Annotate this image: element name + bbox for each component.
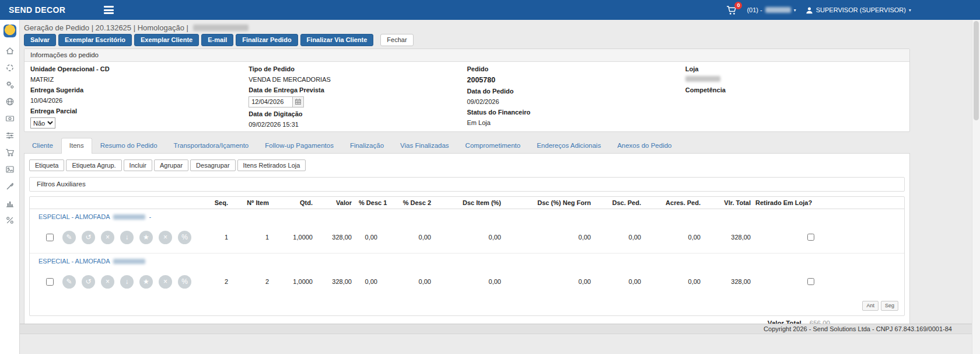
fechar-button[interactable]: Fechar [380,34,413,46]
scrollbar-thumb[interactable] [974,21,979,120]
row-select-checkbox[interactable] [46,234,54,241]
item-group-row: ESPECIAL - ALMOFADA - [30,209,904,222]
chart-icon[interactable] [0,195,19,211]
field-label: Competência [685,86,904,95]
store-selector[interactable]: (01) - ▾ [747,6,796,13]
tab-enderecos-adicionais[interactable]: Endereços Adicionais [528,138,609,153]
itens-retirados-loja-button[interactable]: Itens Retirados Loja [237,159,306,171]
info-column-2: Tipo de Pedido VENDA DE MERCADORIAS Data… [249,65,467,131]
col-valor: Valor [316,197,355,209]
entrega-parcial-select[interactable]: Não [30,117,55,129]
breadcrumb: Geração de Pedido | 20.132625 | Homologa… [24,23,980,32]
incluir-button[interactable]: Incluir [124,159,152,171]
previous-page-button[interactable]: Ant [862,301,878,311]
star-icon[interactable]: ★ [139,275,153,289]
order-number: 2005780 [467,75,685,85]
redacted-item-name [113,214,145,220]
cancel-icon[interactable]: × [159,231,172,244]
tab-itens[interactable]: Itens [61,138,92,154]
desagrupar-button[interactable]: Desagrupar [190,159,235,171]
cart-badge: 0 [734,2,742,9]
star-icon[interactable]: ★ [139,231,153,244]
field-data-pedido: Data do Pedido 09/02/2026 [467,88,685,106]
field-status-financeiro: Status do Financeiro Em Loja [467,109,685,127]
history-icon[interactable]: ↺ [82,231,95,244]
cell-n-item: 1 [232,221,272,254]
gears-icon[interactable] [0,76,19,93]
percent-icon[interactable]: % [178,275,191,289]
tab-follow-up-pagamentos[interactable]: Follow-up Pagamentos [257,138,342,153]
col-desc1: % Desc 1 [355,197,381,209]
delete-icon[interactable]: × [101,231,114,244]
cell-valor: 328,00 [316,266,355,297]
download-icon[interactable]: ↓ [120,231,134,244]
finalizar-pedido-button[interactable]: Finalizar Pedido [236,34,298,46]
cart-sidebar-icon[interactable] [0,144,19,161]
vertical-scrollbar[interactable] [972,20,980,354]
app-logo-icon[interactable] [4,25,16,37]
cart-button[interactable]: 0 [726,5,737,15]
tab-finalizacao[interactable]: Finalização [342,138,392,153]
cell-qtd: 1,0000 [272,221,316,254]
row-select-checkbox[interactable] [46,278,54,286]
download-icon[interactable]: ↓ [120,275,134,289]
field-value [685,96,904,104]
wrench-icon[interactable] [0,178,19,195]
tab-vias-finalizadas[interactable]: Vias Finalizadas [392,138,457,153]
edit-icon[interactable]: ✎ [62,275,76,289]
calendar-icon[interactable] [293,96,304,107]
cell-valor: 328,00 [316,221,355,254]
item-row: ✎ ↺ × ↓ ★ × % 2 2 1,0000 328 [30,266,904,297]
delete-icon[interactable]: × [101,275,114,289]
globe-icon[interactable] [0,93,19,110]
info-column-3: Pedido 2005780 Data do Pedido 09/02/2026… [467,65,685,131]
user-menu[interactable]: SUPERVISOR (SUPERVISOR) ▾ [806,6,911,14]
item-group-link[interactable]: ESPECIAL - ALMOFADA [38,258,149,265]
field-entrega-parcial: Entrega Parcial Não [30,107,249,129]
cell-dsc-item: 0,00 [435,266,505,297]
retirado-em-loja-checkbox[interactable] [807,278,814,285]
col-qtd: Qtd. [272,197,316,209]
image-icon[interactable] [0,161,19,178]
sync-icon[interactable] [0,59,19,76]
money-icon[interactable] [0,110,19,127]
etiqueta-button[interactable]: Etiqueta [29,159,64,171]
exemplar-cliente-button[interactable]: Exemplar Cliente [134,34,199,46]
item-group-link[interactable]: ESPECIAL - ALMOFADA - [38,213,151,220]
field-label: Data de Entrega Prevista [249,86,467,95]
etiqueta-agrup-button[interactable]: Etiqueta Agrup. [66,159,121,171]
field-value: VENDA DE MERCADORIAS [249,75,467,84]
home-icon[interactable] [0,42,19,59]
finalizar-via-cliente-button[interactable]: Finalizar Via Cliente [300,34,374,46]
tab-comprometimento[interactable]: Comprometimento [457,138,529,153]
field-label: Pedido [467,65,685,74]
cell-desc1: 0,00 [355,266,381,297]
sliders-icon[interactable] [0,127,19,144]
tab-transportadora-icamento[interactable]: Transportadora/Içamento [166,138,257,153]
item-group-title: ESPECIAL - ALMOFADA [38,258,110,265]
filtros-auxiliares-header[interactable]: Filtros Auxiliares [29,177,905,192]
entrega-prevista-input[interactable] [249,96,293,107]
cancel-icon[interactable]: × [159,275,172,289]
field-unidade-operacional: Unidade Operacional - CD MATRIZ [30,65,249,84]
tab-cliente[interactable]: Cliente [24,138,61,153]
edit-icon[interactable]: ✎ [62,231,76,244]
agrupar-button[interactable]: Agrupar [154,159,188,171]
email-button[interactable]: E-mail [201,34,233,46]
tab-anexos-do-pedido[interactable]: Anexos do Pedido [609,138,680,153]
tab-resumo-do-pedido[interactable]: Resumo do Pedido [92,138,166,153]
exemplar-escritorio-button[interactable]: Exemplar Escritório [58,34,132,46]
next-page-button[interactable]: Seg [881,301,898,311]
field-entrega-prevista: Data de Entrega Prevista [249,86,467,107]
salvar-button[interactable]: Salvar [24,34,56,46]
cell-dsc-item: 0,00 [435,221,505,254]
percent-icon[interactable] [0,211,19,228]
retirado-em-loja-checkbox[interactable] [807,234,814,241]
brand-logo[interactable]: SEND DECOR [9,5,65,15]
history-icon[interactable]: ↺ [82,275,95,289]
order-info-title: Informações do pedido [24,49,909,62]
col-tools [30,197,205,209]
menu-toggle-icon[interactable] [102,4,116,16]
item-group-suffix: - [149,213,151,220]
percent-icon[interactable]: % [178,231,191,244]
